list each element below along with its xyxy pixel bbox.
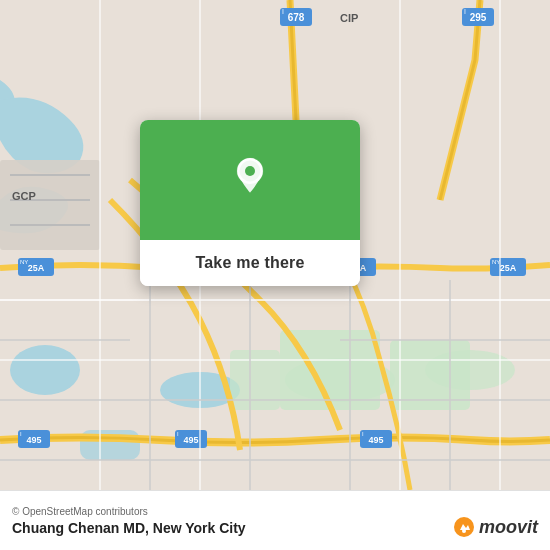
copyright-text: © OpenStreetMap contributors xyxy=(12,506,538,517)
bottom-bar: © OpenStreetMap contributors Chuang Chen… xyxy=(0,490,550,550)
svg-text:GCP: GCP xyxy=(12,190,36,202)
svg-text:495: 495 xyxy=(183,435,198,445)
svg-text:CIP: CIP xyxy=(340,12,358,24)
svg-text:I: I xyxy=(282,8,284,15)
popup-card: Take me there xyxy=(140,120,360,286)
svg-text:678: 678 xyxy=(288,12,305,23)
moovit-text: moovit xyxy=(479,517,538,538)
map-container: 678 I 295 I 25A NY 25A NY 25A NY 495 I 4… xyxy=(0,0,550,490)
svg-text:I: I xyxy=(464,8,466,15)
popup-map-area xyxy=(140,120,360,240)
svg-point-1 xyxy=(10,345,80,395)
moovit-logo: moovit xyxy=(453,516,538,538)
svg-text:295: 295 xyxy=(470,12,487,23)
moovit-icon xyxy=(453,516,475,538)
take-me-there-button[interactable]: Take me there xyxy=(140,240,360,286)
svg-text:25A: 25A xyxy=(500,263,517,273)
svg-point-56 xyxy=(245,166,255,176)
location-name: Chuang Chenan MD, New York City xyxy=(12,520,246,536)
svg-text:NY: NY xyxy=(20,259,28,265)
svg-point-58 xyxy=(462,529,466,533)
svg-text:495: 495 xyxy=(26,435,41,445)
svg-rect-9 xyxy=(0,160,100,250)
location-pin-icon xyxy=(230,156,270,196)
svg-text:495: 495 xyxy=(368,435,383,445)
svg-text:25A: 25A xyxy=(28,263,45,273)
